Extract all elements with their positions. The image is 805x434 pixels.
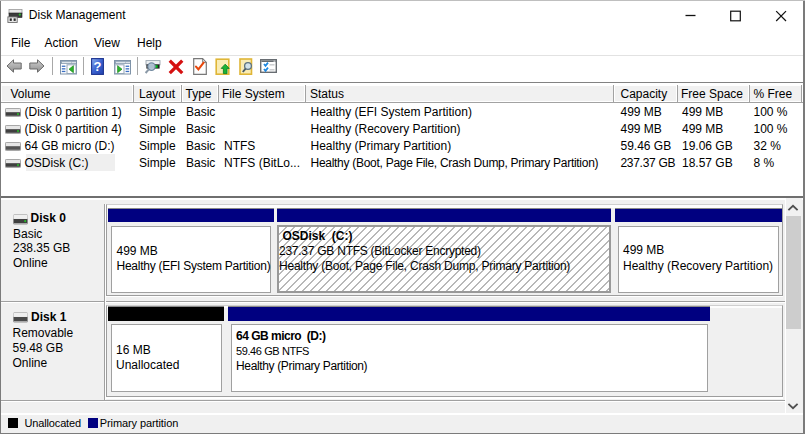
svg-text:?: ?: [94, 58, 102, 73]
